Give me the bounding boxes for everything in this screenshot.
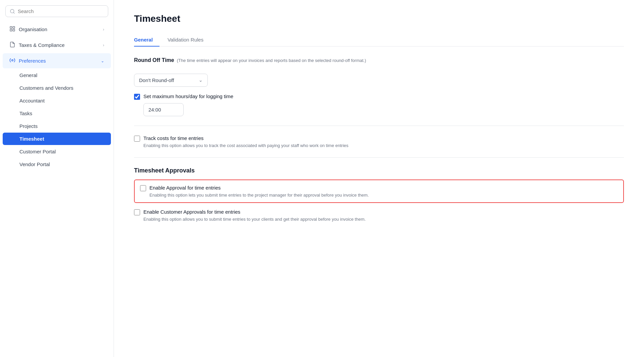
svg-rect-3 [13, 26, 15, 28]
round-off-dropdown-value: Don't Round-off [139, 77, 174, 83]
tab-validation-rules[interactable]: Validation Rules [168, 33, 210, 47]
sidebar-sub-item-accountant[interactable]: Accountant [3, 94, 111, 107]
customer-approvals-checkbox[interactable] [134, 209, 140, 215]
sidebar-sub-item-tasks-label: Tasks [19, 111, 32, 116]
max-hours-checkbox[interactable] [134, 94, 140, 100]
taxes-arrow-icon: › [103, 43, 104, 48]
search-icon [10, 9, 15, 14]
sidebar-item-preferences-label: Preferences [19, 58, 98, 64]
sidebar-item-taxes-label: Taxes & Compliance [19, 42, 100, 48]
search-box[interactable] [5, 5, 108, 17]
svg-rect-4 [10, 29, 12, 31]
sidebar-sub-item-tasks[interactable]: Tasks [3, 107, 111, 120]
org-arrow-icon: › [103, 27, 104, 32]
sidebar-item-preferences[interactable]: Preferences ⌄ [3, 53, 111, 68]
svg-point-6 [12, 60, 13, 61]
hours-input-group [143, 103, 624, 116]
prefs-icon [9, 57, 15, 64]
enable-approval-row: Enable Approval for time entries [140, 185, 618, 191]
chevron-down-icon: ⌄ [199, 77, 203, 83]
round-off-title-row: Round Off Time (The time entries will ap… [134, 57, 624, 68]
approvals-title: Timesheet Approvals [134, 167, 624, 174]
round-off-section: Round Off Time (The time entries will ap… [134, 57, 624, 87]
sidebar-sub-item-customer-portal[interactable]: Customer Portal [3, 145, 111, 158]
track-costs-row: Track costs for time entries [134, 135, 624, 142]
round-off-title: Round Off Time [134, 57, 174, 63]
sidebar-sub-item-projects-label: Projects [19, 123, 38, 129]
sidebar-sub-item-customer-portal-label: Customer Portal [19, 149, 56, 154]
sidebar-sub-item-accountant-label: Accountant [19, 98, 45, 103]
customer-approvals-label: Enable Customer Approvals for time entri… [143, 209, 240, 215]
divider-2 [134, 157, 624, 158]
tabs-bar: General Validation Rules [134, 33, 624, 47]
max-hours-row: Set maximum hours/day for logging time [134, 93, 624, 100]
sidebar-sub-item-customers-vendors[interactable]: Customers and Vendors [3, 82, 111, 94]
sidebar-sub-item-general-label: General [19, 72, 37, 78]
sidebar-sub-item-vendor-portal-label: Vendor Portal [19, 161, 50, 167]
customer-approvals-row: Enable Customer Approvals for time entri… [134, 209, 624, 215]
max-hours-label: Set maximum hours/day for logging time [143, 93, 233, 99]
tax-icon [9, 42, 15, 49]
track-costs-checkbox[interactable] [134, 136, 140, 142]
svg-line-1 [13, 12, 14, 13]
enable-approval-label: Enable Approval for time entries [149, 185, 221, 191]
sidebar-sub-item-timesheet-label: Timesheet [19, 136, 44, 142]
round-off-subtitle: (The time entries will appear on your in… [177, 58, 366, 63]
org-icon [9, 26, 15, 33]
max-hours-input[interactable] [143, 103, 184, 116]
round-off-dropdown[interactable]: Don't Round-off ⌄ [134, 74, 208, 87]
enable-approval-highlighted: Enable Approval for time entries Enablin… [134, 180, 624, 203]
enable-approval-desc: Enabling this option lets you submit tim… [149, 193, 618, 198]
sidebar-sub-item-general[interactable]: General [3, 69, 111, 81]
main-content: Timesheet General Validation Rules Round… [114, 0, 644, 357]
sidebar-item-organisation-label: Organisation [19, 26, 100, 32]
prefs-arrow-icon: ⌄ [101, 59, 104, 63]
track-costs-label: Track costs for time entries [143, 135, 204, 141]
sidebar-sub-item-projects[interactable]: Projects [3, 120, 111, 132]
sidebar-sub-item-timesheet[interactable]: Timesheet [3, 133, 111, 145]
track-costs-desc: Enabling this option allows you to track… [143, 143, 624, 148]
sidebar-item-taxes[interactable]: Taxes & Compliance › [3, 38, 111, 53]
tab-general[interactable]: General [134, 33, 159, 47]
nav-section: Organisation › Taxes & Compliance › Pref… [0, 20, 114, 172]
sidebar-sub-item-customers-vendors-label: Customers and Vendors [19, 85, 73, 91]
timesheet-approvals-section: Timesheet Approvals Enable Approval for … [134, 167, 624, 222]
sidebar: Organisation › Taxes & Compliance › Pref… [0, 0, 114, 357]
svg-rect-5 [13, 29, 15, 31]
svg-rect-2 [10, 26, 12, 28]
sidebar-item-organisation[interactable]: Organisation › [3, 22, 111, 37]
search-input[interactable] [18, 8, 104, 14]
sidebar-sub-item-vendor-portal[interactable]: Vendor Portal [3, 158, 111, 170]
enable-approval-checkbox[interactable] [140, 185, 146, 191]
page-title: Timesheet [134, 13, 624, 24]
customer-approvals-desc: Enabling this option allows you to submi… [143, 217, 624, 222]
divider-1 [134, 126, 624, 126]
